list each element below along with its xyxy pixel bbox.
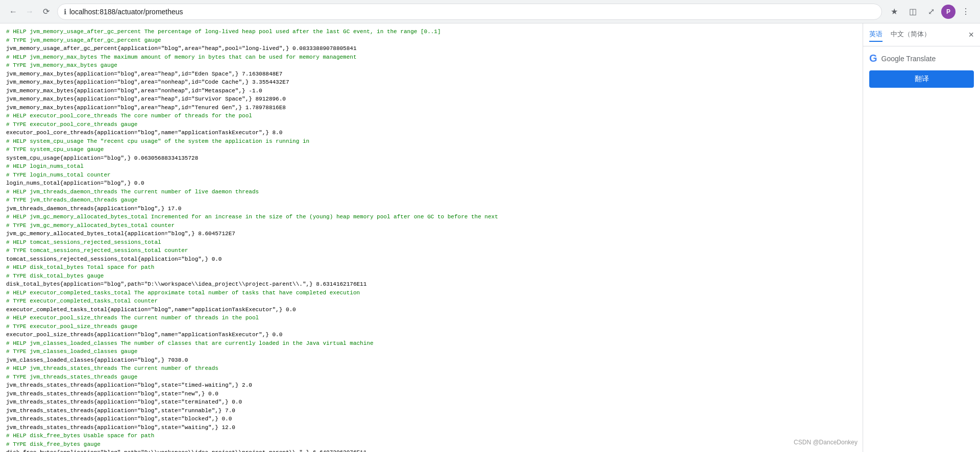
close-button[interactable]: × — [968, 30, 974, 39]
comment-line: # HELP jvm_threads_states_threads The cu… — [6, 365, 218, 371]
browser-chrome: ← → ⟳ ℹ ★ ◫ ⤢ P ⋮ — [0, 0, 980, 23]
translate-button[interactable]: 翻译 — [869, 70, 974, 88]
data-line: executor_pool_size_threads{application="… — [6, 332, 282, 338]
data-line: jvm_memory_usage_after_gc_percent{applic… — [6, 45, 357, 52]
comment-line: # HELP login_nums_total — [6, 163, 84, 169]
comment-line: # HELP executor_completed_tasks_total Th… — [6, 290, 360, 296]
comment-line: # HELP executor_pool_core_threads The co… — [6, 113, 252, 119]
google-translate-label: Google Translate — [881, 55, 936, 63]
comment-line: # TYPE tomcat_sessions_rejected_sessions… — [6, 247, 188, 254]
comment-line: # TYPE executor_pool_size_threads gauge — [6, 323, 137, 330]
comment-line: # HELP system_cpu_usage The "recent cpu … — [6, 138, 309, 144]
reload-button[interactable]: ⟳ — [39, 5, 53, 19]
data-line: login_nums_total{application="blog",} 0.… — [6, 180, 144, 186]
data-line: jvm_threads_states_threads{application="… — [6, 416, 232, 422]
comment-line: # HELP jvm_memory_max_bytes The maximum … — [6, 54, 357, 60]
comment-line: # TYPE jvm_classes_loaded_classes gauge — [6, 348, 137, 355]
comment-line: # TYPE jvm_threads_states_threads gauge — [6, 374, 137, 380]
address-bar[interactable]: ℹ — [57, 4, 882, 20]
tab-chinese[interactable]: 中文（简体） — [891, 28, 930, 42]
data-line: jvm_threads_states_threads{application="… — [6, 424, 235, 431]
data-line: jvm_threads_states_threads{application="… — [6, 408, 235, 414]
page-content: # HELP jvm_memory_usage_after_gc_percent… — [0, 23, 863, 452]
comment-line: # HELP jvm_memory_usage_after_gc_percent… — [6, 29, 441, 35]
comment-line: # TYPE executor_completed_tasks_total co… — [6, 298, 158, 304]
back-button[interactable]: ← — [6, 5, 20, 19]
data-line: jvm_memory_max_bytes{application="blog",… — [6, 96, 286, 102]
data-line: tomcat_sessions_rejected_sessions_total{… — [6, 256, 222, 262]
comment-line: # HELP jvm_threads_daemon_threads The cu… — [6, 189, 259, 195]
data-line: jvm_memory_max_bytes{application="blog",… — [6, 71, 282, 77]
comment-line: # HELP jvm_classes_loaded_classes The nu… — [6, 340, 374, 346]
browser-actions: ★ ◫ ⤢ P ⋮ — [886, 4, 974, 20]
data-line: jvm_threads_states_threads{application="… — [6, 391, 218, 397]
data-line: disk_total_bytes{application="blog",path… — [6, 281, 366, 287]
comment-line: # TYPE jvm_memory_max_bytes gauge — [6, 62, 117, 68]
comment-line: # HELP disk_free_bytes Usable space for … — [6, 433, 154, 439]
comment-line: # TYPE disk_free_bytes gauge — [6, 441, 101, 447]
translate-tabs: 英语 中文（简体） — [869, 28, 930, 42]
comment-line: # HELP disk_total_bytes Total space for … — [6, 264, 154, 270]
data-line: executor_completed_tasks_total{applicati… — [6, 307, 296, 313]
comment-line: # TYPE jvm_memory_usage_after_gc_percent… — [6, 37, 161, 43]
data-line: jvm_threads_daemon_threads{application="… — [6, 206, 181, 212]
forward-button[interactable]: → — [22, 5, 37, 19]
main-content: # HELP jvm_memory_usage_after_gc_percent… — [0, 23, 980, 452]
comment-line: # HELP jvm_gc_memory_allocated_bytes_tot… — [6, 214, 498, 220]
translate-panel: 英语 中文（简体） × G Google Translate 翻译 — [863, 23, 980, 452]
comment-line: # TYPE disk_total_bytes gauge — [6, 273, 104, 279]
lock-icon: ℹ — [64, 8, 66, 16]
csdn-watermark: CSDN @DanceDonkey — [794, 439, 857, 446]
comment-line: # TYPE login_nums_total counter — [6, 172, 111, 178]
data-line: jvm_gc_memory_allocated_bytes_total{appl… — [6, 231, 235, 237]
data-line: jvm_classes_loaded_classes{application="… — [6, 357, 188, 363]
tab-english[interactable]: 英语 — [869, 28, 883, 42]
data-line: jvm_threads_states_threads{application="… — [6, 382, 252, 388]
comment-line: # TYPE jvm_threads_daemon_threads gauge — [6, 197, 137, 203]
translate-header: 英语 中文（简体） × — [863, 23, 980, 46]
data-line: jvm_memory_max_bytes{application="blog",… — [6, 88, 262, 94]
bookmark-button[interactable]: ★ — [886, 4, 902, 20]
data-line: jvm_memory_max_bytes{application="blog",… — [6, 105, 286, 111]
url-input[interactable] — [69, 8, 875, 16]
zoom-button[interactable]: ⤢ — [923, 4, 939, 20]
google-translate-logo: G Google Translate — [863, 46, 980, 70]
menu-button[interactable]: ⋮ — [958, 4, 974, 20]
comment-line: # HELP tomcat_sessions_rejected_sessions… — [6, 239, 161, 245]
data-line: jvm_memory_max_bytes{application="blog",… — [6, 79, 289, 85]
extension-button[interactable]: ◫ — [904, 4, 921, 20]
data-line: disk_free_bytes{application="blog",path=… — [6, 449, 366, 452]
nav-buttons: ← → ⟳ — [6, 5, 53, 19]
data-line: jvm_threads_states_threads{application="… — [6, 399, 242, 405]
data-line: executor_pool_core_threads{application="… — [6, 130, 282, 136]
comment-line: # TYPE jvm_gc_memory_allocated_bytes_tot… — [6, 222, 175, 229]
comment-line: # TYPE executor_pool_core_threads gauge — [6, 121, 137, 128]
comment-line: # TYPE system_cpu_usage gauge — [6, 146, 104, 153]
profile-icon[interactable]: P — [941, 5, 955, 19]
data-line: system_cpu_usage{application="blog",} 0.… — [6, 155, 198, 161]
comment-line: # HELP executor_pool_size_threads The cu… — [6, 315, 259, 321]
